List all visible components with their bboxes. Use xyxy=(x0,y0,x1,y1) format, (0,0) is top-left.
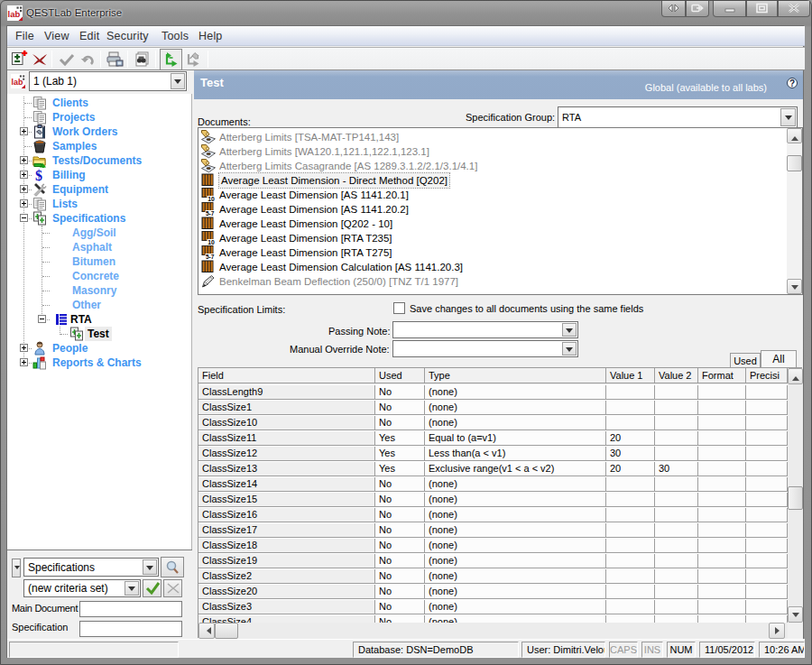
svg-text:10: 10 xyxy=(208,239,215,245)
svg-text:lab: lab xyxy=(8,9,21,19)
svg-text:5-7: 5-7 xyxy=(206,210,215,217)
svg-text:10: 10 xyxy=(208,196,215,202)
svg-text:$: $ xyxy=(35,168,42,182)
svg-text:lab: lab xyxy=(11,78,23,87)
svg-text:5-7: 5-7 xyxy=(206,254,215,260)
